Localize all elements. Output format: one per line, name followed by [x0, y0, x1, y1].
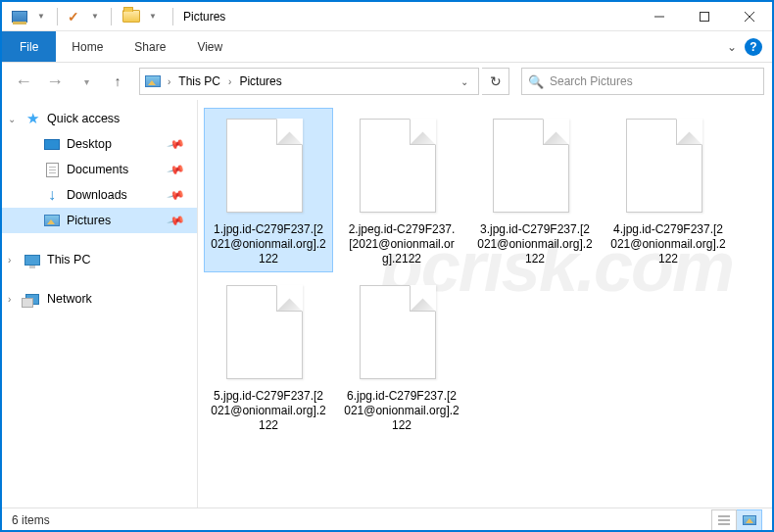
file-thumbnail — [226, 119, 311, 217]
folder-icon — [121, 7, 141, 26]
properties-check-icon[interactable]: ✓ — [64, 7, 83, 26]
file-item[interactable]: 3.jpg.id-C279F237.[2021@onionmail.org].2… — [470, 108, 600, 272]
ribbon-expand-icon[interactable]: ⌄ — [727, 40, 737, 54]
qa-dropdown2-icon[interactable]: ▼ — [85, 7, 105, 26]
chevron-right-icon[interactable]: › — [224, 76, 235, 87]
minimize-button[interactable] — [637, 2, 682, 31]
address-bar[interactable]: › This PC › Pictures ⌄ — [139, 68, 479, 95]
forward-button[interactable]: → — [41, 68, 69, 95]
file-item[interactable]: 1.jpg.id-C279F237.[2021@onionmail.org].2… — [204, 108, 333, 272]
file-grid[interactable]: 1.jpg.id-C279F237.[2021@onionmail.org].2… — [198, 100, 772, 508]
sidebar-quick-access[interactable]: ⌄ ★ Quick access — [2, 106, 197, 131]
desktop-icon — [43, 139, 61, 150]
title-bar: ▼ ✓ ▼ ▼ Pictures — [2, 2, 772, 31]
history-dropdown-icon[interactable]: ▾ — [73, 68, 100, 95]
refresh-button[interactable]: ↻ — [482, 68, 509, 95]
sidebar-this-pc[interactable]: › This PC — [2, 247, 197, 272]
explorer-icon[interactable] — [10, 7, 29, 26]
sidebar-item-documents[interactable]: Documents 📌 — [2, 157, 197, 182]
pc-icon — [24, 255, 41, 266]
breadcrumb-this-pc[interactable]: This PC — [174, 74, 224, 88]
close-button[interactable] — [727, 2, 772, 31]
file-thumbnail — [360, 285, 444, 383]
file-thumbnail — [626, 119, 710, 217]
star-icon: ★ — [24, 110, 41, 127]
status-bar: 6 items — [2, 508, 772, 532]
sidebar-item-label: Pictures — [67, 214, 111, 227]
view-details-button[interactable] — [711, 509, 737, 531]
nav-row: ← → ▾ ↑ › This PC › Pictures ⌄ ↻ 🔍 — [2, 63, 772, 100]
search-input[interactable] — [550, 74, 757, 88]
sidebar: ⌄ ★ Quick access Desktop 📌 Documents 📌 ↓… — [2, 100, 198, 508]
tab-view[interactable]: View — [181, 31, 238, 62]
file-item[interactable]: 5.jpg.id-C279F237.[2021@onionmail.org].2… — [204, 274, 333, 439]
view-thumbnails-button[interactable] — [737, 509, 762, 531]
qa-dropdown-icon[interactable]: ▼ — [31, 7, 51, 26]
tab-home[interactable]: Home — [56, 31, 119, 62]
file-thumbnail — [226, 285, 311, 383]
chevron-right-icon[interactable]: › — [164, 76, 174, 87]
item-count: 6 items — [12, 513, 50, 527]
help-button[interactable]: ? — [745, 38, 762, 56]
ribbon-tabs: File Home Share View ⌄ ? — [2, 31, 772, 63]
document-icon — [43, 163, 61, 177]
file-name: 5.jpg.id-C279F237.[2021@onionmail.org].2… — [209, 389, 328, 433]
file-item[interactable]: 4.jpg.id-C279F237.[2021@onionmail.org].2… — [604, 108, 733, 272]
window-title: Pictures — [183, 10, 225, 24]
sidebar-item-pictures[interactable]: Pictures 📌 — [2, 208, 197, 233]
address-dropdown-icon[interactable]: ⌄ — [453, 76, 476, 87]
chevron-right-icon[interactable]: › — [8, 294, 11, 305]
up-button[interactable]: ↑ — [104, 68, 131, 95]
sidebar-label: Network — [47, 292, 92, 306]
sidebar-item-label: Desktop — [67, 137, 112, 151]
sidebar-label: This PC — [47, 253, 90, 266]
chevron-down-icon[interactable]: ⌄ — [8, 114, 16, 124]
chevron-right-icon[interactable]: › — [8, 255, 11, 266]
file-name: 4.jpg.id-C279F237.[2021@onionmail.org].2… — [608, 222, 728, 266]
pin-icon: 📌 — [167, 134, 186, 154]
file-item[interactable]: 2.jpeg.id-C279F237.[2021@onionmail.org].… — [337, 108, 466, 272]
file-thumbnail — [360, 119, 444, 217]
sidebar-item-desktop[interactable]: Desktop 📌 — [2, 131, 197, 157]
search-icon: 🔍 — [528, 74, 544, 89]
pin-icon: 📌 — [167, 160, 186, 179]
sidebar-label: Quick access — [47, 112, 120, 125]
tab-share[interactable]: Share — [119, 31, 181, 62]
sidebar-item-label: Documents — [67, 163, 128, 176]
search-box[interactable]: 🔍 — [521, 68, 764, 95]
sidebar-network[interactable]: › Network — [2, 286, 197, 312]
network-icon — [24, 294, 41, 305]
file-thumbnail — [493, 119, 577, 217]
breadcrumb-root-icon[interactable] — [142, 75, 164, 87]
download-icon: ↓ — [43, 186, 61, 204]
file-name: 2.jpeg.id-C279F237.[2021@onionmail.org].… — [342, 222, 461, 266]
sidebar-item-downloads[interactable]: ↓ Downloads 📌 — [2, 182, 197, 208]
sidebar-item-label: Downloads — [67, 188, 127, 202]
file-tab[interactable]: File — [2, 31, 56, 62]
file-item[interactable]: 6.jpg.id-C279F237.[2021@onionmail.org].2… — [337, 274, 466, 439]
file-name: 6.jpg.id-C279F237.[2021@onionmail.org].2… — [342, 389, 461, 433]
file-name: 1.jpg.id-C279F237.[2021@onionmail.org].2… — [209, 222, 328, 266]
svg-rect-1 — [701, 12, 709, 21]
file-name: 3.jpg.id-C279F237.[2021@onionmail.org].2… — [475, 222, 595, 266]
breadcrumb-pictures[interactable]: Pictures — [235, 74, 285, 88]
qa-dropdown3-icon[interactable]: ▼ — [143, 7, 163, 26]
pictures-icon — [43, 215, 61, 226]
pin-icon: 📌 — [167, 211, 186, 230]
pin-icon: 📌 — [167, 185, 186, 205]
back-button[interactable]: ← — [10, 68, 37, 95]
maximize-button[interactable] — [682, 2, 727, 31]
